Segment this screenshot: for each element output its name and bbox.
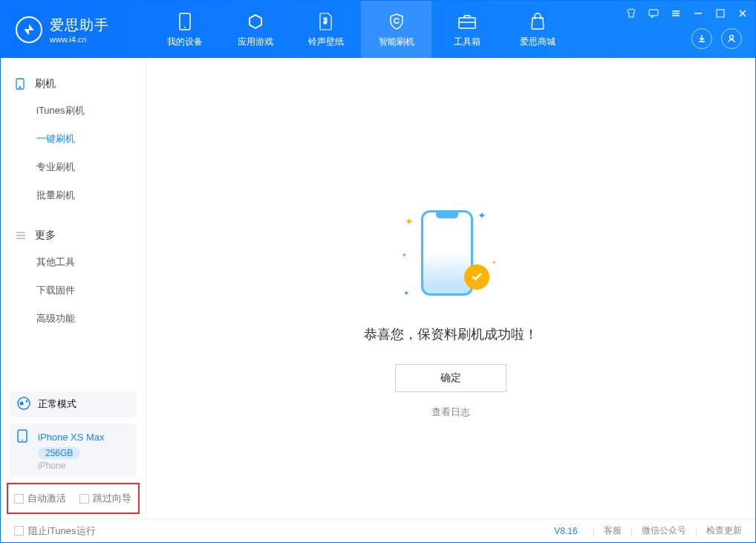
cube-icon xyxy=(247,11,264,32)
sidebar-item-pro-flash[interactable]: 专业刷机 xyxy=(1,153,146,181)
phone-small-icon xyxy=(17,429,32,444)
device-info-row: iPhone XS Max xyxy=(17,429,105,444)
nav-tab-label: 工具箱 xyxy=(454,36,480,48)
device-info-box[interactable]: iPhone XS Max 256GB iPhone xyxy=(10,423,137,477)
mode-icon xyxy=(17,397,32,412)
checkbox-icon xyxy=(14,494,24,504)
check-update-link[interactable]: 检查更新 xyxy=(706,524,742,537)
menu-icon[interactable] xyxy=(669,7,682,20)
svg-point-12 xyxy=(730,36,734,39)
sidebar: 刷机 iTunes刷机 一键刷机 专业刷机 批量刷机 更多 其他工具 下载固件 … xyxy=(1,58,146,520)
sparkle-icon: ✦ xyxy=(492,259,497,266)
phone-notch xyxy=(436,212,458,218)
nav-tab-label: 铃声壁纸 xyxy=(308,36,344,48)
header-right-icons xyxy=(691,28,742,49)
device-name: iPhone XS Max xyxy=(38,432,105,443)
divider: | xyxy=(695,526,697,536)
svg-rect-9 xyxy=(717,10,724,17)
success-panel: ✦ ✦ ✦ ✦ ✦ 恭喜您，保资料刷机成功啦！ 确定 查看日志 xyxy=(364,207,538,419)
svg-point-14 xyxy=(19,87,21,88)
list-icon xyxy=(16,230,27,241)
footer: 阻止iTunes运行 V8.16 | 客服 | 微信公众号 | 检查更新 xyxy=(1,518,755,542)
sidebar-header-flash: 刷机 xyxy=(1,71,146,97)
sidebar-item-oneclick-flash[interactable]: 一键刷机 xyxy=(1,125,146,153)
maximize-icon[interactable] xyxy=(714,7,727,20)
checkbox-skip-guide[interactable]: 跳过向导 xyxy=(79,492,131,505)
shirt-icon[interactable] xyxy=(625,7,638,20)
confirm-button[interactable]: 确定 xyxy=(395,364,506,392)
close-icon[interactable] xyxy=(736,7,749,20)
customer-service-link[interactable]: 客服 xyxy=(604,524,622,537)
app-title: 爱思助手 xyxy=(50,16,109,35)
nav-tab-ringtones[interactable]: 铃声壁纸 xyxy=(290,1,361,58)
sparkle-icon: ✦ xyxy=(478,209,486,221)
minimize-icon[interactable] xyxy=(691,7,705,20)
sidebar-item-other-tools[interactable]: 其他工具 xyxy=(1,248,146,276)
checkbox-icon xyxy=(79,494,89,504)
app-logo-icon xyxy=(16,16,42,43)
checkbox-label: 阻止iTunes运行 xyxy=(28,524,96,538)
sidebar-section-more: 更多 其他工具 下载固件 高级功能 xyxy=(1,209,146,333)
sidebar-item-advanced[interactable]: 高级功能 xyxy=(1,305,146,333)
user-icon[interactable] xyxy=(721,28,742,49)
divider: | xyxy=(593,526,595,536)
nav-tab-flash[interactable]: 智能刷机 xyxy=(361,1,431,58)
device-mode-label: 正常模式 xyxy=(38,397,76,411)
device-icon xyxy=(16,78,27,90)
check-badge-icon xyxy=(464,264,489,290)
nav-tab-apps[interactable]: 应用游戏 xyxy=(220,1,290,58)
checkbox-icon xyxy=(14,526,24,536)
nav-tab-toolbox[interactable]: 工具箱 xyxy=(431,1,502,58)
sparkle-icon: ✦ xyxy=(405,215,414,227)
download-icon[interactable] xyxy=(691,28,712,49)
device-storage: 256GB xyxy=(38,447,80,459)
app-body: 刷机 iTunes刷机 一键刷机 专业刷机 批量刷机 更多 其他工具 下载固件 … xyxy=(1,58,755,520)
window-controls xyxy=(625,7,749,20)
sidebar-header-label: 更多 xyxy=(35,229,56,242)
phone-icon xyxy=(179,11,191,32)
toolbox-icon xyxy=(457,11,477,32)
success-illustration: ✦ ✦ ✦ ✦ ✦ xyxy=(399,207,503,303)
svg-point-19 xyxy=(20,402,24,406)
footer-right: V8.16 | 客服 | 微信公众号 | 检查更新 xyxy=(554,524,742,537)
sidebar-item-download-firmware[interactable]: 下载固件 xyxy=(1,276,146,305)
device-mode-box[interactable]: 正常模式 xyxy=(10,391,137,417)
shield-refresh-icon xyxy=(388,11,405,32)
svg-point-22 xyxy=(22,440,23,441)
sidebar-header-label: 刷机 xyxy=(35,77,56,91)
version-label: V8.16 xyxy=(554,526,577,536)
svg-rect-2 xyxy=(459,18,475,28)
device-type: iPhone xyxy=(38,461,65,471)
app-header: 爱思助手 www.i4.cn 我的设备 应用游戏 铃声壁纸 智能刷机 工具箱 爱… xyxy=(1,1,755,58)
feedback-icon[interactable] xyxy=(647,7,660,20)
music-file-icon xyxy=(319,11,333,32)
options-checkbox-row: 自动激活 跳过向导 xyxy=(7,483,140,514)
logo-text: 爱思助手 www.i4.cn xyxy=(50,16,109,44)
checkbox-auto-activate[interactable]: 自动激活 xyxy=(14,492,66,505)
sparkle-icon: ✦ xyxy=(403,289,409,297)
svg-point-20 xyxy=(26,400,28,403)
view-log-link[interactable]: 查看日志 xyxy=(364,406,538,419)
sidebar-item-batch-flash[interactable]: 批量刷机 xyxy=(1,181,146,209)
logo-area: 爱思助手 www.i4.cn xyxy=(1,16,149,44)
svg-point-1 xyxy=(184,27,186,28)
nav-tab-label: 我的设备 xyxy=(167,36,203,48)
main-content: ✦ ✦ ✦ ✦ ✦ 恭喜您，保资料刷机成功啦！ 确定 查看日志 xyxy=(146,58,755,520)
checkbox-stop-itunes[interactable]: 阻止iTunes运行 xyxy=(14,524,96,538)
nav-tab-label: 智能刷机 xyxy=(379,36,414,48)
divider: | xyxy=(630,526,633,536)
app-url: www.i4.cn xyxy=(50,35,109,44)
nav-tab-my-device[interactable]: 我的设备 xyxy=(149,1,220,58)
sidebar-bottom: 正常模式 iPhone XS Max 256GB iPhone 自动激活 跳过向… xyxy=(1,385,146,520)
sparkle-icon: ✦ xyxy=(402,252,407,259)
nav-tab-store[interactable]: 爱思商城 xyxy=(502,1,573,58)
nav-tab-label: 爱思商城 xyxy=(520,36,555,48)
sidebar-item-itunes-flash[interactable]: iTunes刷机 xyxy=(1,97,146,125)
success-message: 恭喜您，保资料刷机成功啦！ xyxy=(364,325,538,343)
bag-icon xyxy=(529,11,546,32)
sidebar-section-flash: 刷机 iTunes刷机 一键刷机 专业刷机 批量刷机 xyxy=(1,58,146,209)
svg-rect-4 xyxy=(649,10,658,16)
footer-left: 阻止iTunes运行 xyxy=(14,524,96,538)
nav-tabs: 我的设备 应用游戏 铃声壁纸 智能刷机 工具箱 爱思商城 xyxy=(149,1,573,58)
wechat-link[interactable]: 微信公众号 xyxy=(642,524,686,537)
